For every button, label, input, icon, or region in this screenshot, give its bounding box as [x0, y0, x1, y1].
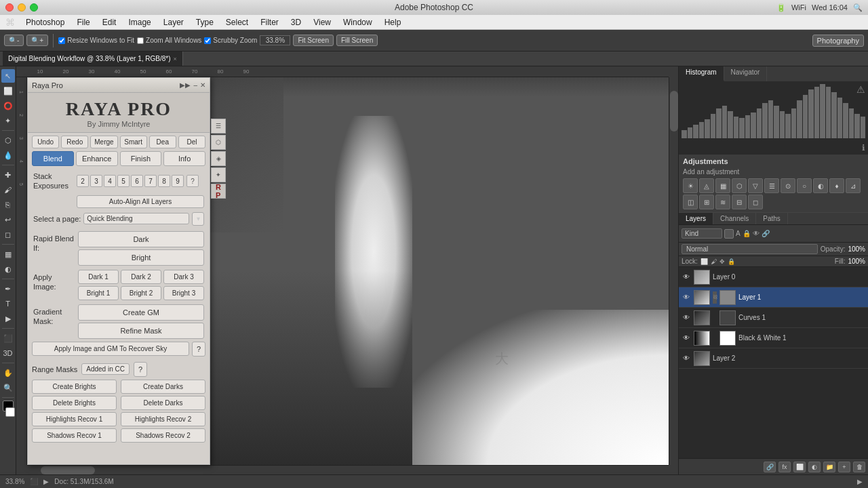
panel-icon-1[interactable]: ☰ [211, 119, 226, 134]
tool-brush[interactable]: 🖌 [1, 183, 15, 197]
raya-close-btn[interactable]: ✕ [200, 81, 205, 89]
layer-item-layer2[interactable]: 👁 Layer 2 [679, 348, 868, 369]
stack-num-2[interactable]: 2 [77, 175, 89, 187]
adj-exposure-icon[interactable]: ⬡ [732, 178, 747, 193]
shadows-recov-1-btn[interactable]: Shadows Recov 1 [32, 428, 117, 443]
add-group-btn[interactable]: 📁 [823, 462, 835, 472]
delete-brights-btn[interactable]: Delete Brights [32, 396, 117, 410]
scrollbar-horizontal[interactable] [27, 465, 669, 474]
select-page-arrow[interactable]: ▾ [192, 212, 204, 226]
layer-item-layer1[interactable]: 👁 ⛓ Layer 1 [679, 287, 868, 308]
layers-kind-select[interactable]: Kind [682, 228, 722, 239]
menu-type[interactable]: Type [191, 16, 219, 28]
bright-2-btn[interactable]: Bright 2 [121, 286, 161, 300]
adj-brightness-icon[interactable]: ☀ [683, 178, 698, 193]
tool-zoom[interactable]: 🔍 [1, 381, 15, 394]
zoom-all-checkbox[interactable]: Zoom All Windows [137, 37, 201, 44]
dea-btn[interactable]: Dea [149, 136, 176, 148]
dark-3-btn[interactable]: Dark 3 [163, 270, 204, 284]
tool-clone-stamp[interactable]: ⎘ [1, 198, 15, 211]
filter-chain-icon[interactable]: 🔗 [762, 230, 770, 237]
link-layers-btn[interactable]: 🔗 [764, 462, 776, 472]
add-adjustment-btn[interactable]: ◐ [808, 462, 821, 472]
zoom-input[interactable] [260, 35, 290, 45]
raya-expand-btn[interactable]: ▶▶ [180, 81, 191, 89]
photography-select[interactable]: Photography [812, 35, 864, 47]
tool-move[interactable]: ↖ [1, 69, 15, 83]
delete-layer-btn[interactable]: 🗑 [853, 462, 865, 472]
maximize-button[interactable] [30, 3, 38, 12]
create-gm-btn[interactable]: Create GM [78, 304, 204, 321]
tool-rectangle[interactable]: ⬛ [1, 331, 15, 345]
scrollbar-vertical[interactable] [669, 77, 678, 465]
adj-channel-mixer-icon[interactable]: ♦ [829, 178, 844, 193]
add-mask-btn[interactable]: ⬜ [793, 462, 806, 472]
stack-num-3[interactable]: 3 [90, 175, 102, 187]
bright-1-btn[interactable]: Bright 1 [78, 286, 119, 300]
tool-healing-brush[interactable]: ✚ [1, 168, 15, 182]
stack-num-5[interactable]: 5 [117, 175, 130, 187]
panel-icon-4[interactable]: ✦ [211, 167, 226, 182]
layers-tab[interactable]: Layers [679, 213, 713, 224]
stack-num-9[interactable]: 9 [172, 175, 184, 187]
adj-posterize-icon[interactable]: ⊞ [699, 195, 714, 209]
zoom-out-btn[interactable]: 🔍- [4, 35, 24, 46]
stack-help-btn[interactable]: ? [186, 175, 199, 187]
curves1-eye-icon[interactable]: 👁 [682, 313, 691, 323]
fill-screen-btn[interactable]: Fill Screen [336, 35, 378, 46]
adj-selective-color-icon[interactable]: ◻ [748, 195, 763, 209]
auto-align-btn[interactable]: Auto-Align All Layers [77, 195, 204, 208]
dark-2-btn[interactable]: Dark 2 [121, 270, 161, 284]
menu-photoshop[interactable]: Photoshop [20, 16, 70, 28]
tool-history-brush[interactable]: ↩ [1, 213, 15, 226]
undo-btn[interactable]: Undo [32, 136, 59, 148]
tool-rectangular-marquee[interactable]: ⬜ [1, 84, 15, 98]
refine-mask-btn[interactable]: Refine Mask [78, 323, 204, 339]
tool-hand[interactable]: ✋ [1, 366, 15, 380]
tool-type[interactable]: T [1, 297, 15, 310]
bw1-eye-icon[interactable]: 👁 [682, 333, 691, 343]
navigator-tab[interactable]: Navigator [724, 66, 768, 81]
layer-item-bw1[interactable]: 👁 Black & White 1 [679, 328, 868, 348]
tool-eyedropper[interactable]: 💧 [1, 148, 15, 162]
dark-1-btn[interactable]: Dark 1 [78, 270, 119, 284]
menu-3d[interactable]: 3D [285, 16, 307, 28]
stack-num-6[interactable]: 6 [131, 175, 143, 187]
layer1-eye-icon[interactable]: 👁 [682, 293, 691, 302]
raya-pro-icon[interactable]: RP [211, 184, 226, 199]
stack-num-8[interactable]: 8 [158, 175, 170, 187]
finish-tab[interactable]: Finish [120, 151, 162, 166]
scrubby-zoom-check[interactable] [204, 37, 211, 44]
menu-layer[interactable]: Layer [158, 16, 189, 28]
bright-3-btn[interactable]: Bright 3 [163, 286, 204, 300]
blend-tab[interactable]: Blend [32, 151, 74, 166]
stack-num-4[interactable]: 4 [104, 175, 116, 187]
sky-help-btn[interactable]: ? [192, 342, 205, 357]
adj-color-lookup-icon[interactable]: ⊿ [846, 178, 861, 193]
redo-btn[interactable]: Redo [61, 136, 88, 148]
adj-vibrance-icon[interactable]: ▽ [748, 178, 763, 193]
menu-select[interactable]: Select [220, 16, 254, 28]
raya-settings-btn[interactable]: – [193, 81, 197, 89]
resize-windows-checkbox[interactable]: Resize Windows to Fit [58, 37, 134, 44]
tool-pen[interactable]: ✒ [1, 282, 15, 296]
tool-3d[interactable]: 3D [1, 346, 15, 360]
zoom-all-check[interactable] [137, 37, 144, 44]
select-page-dropdown[interactable]: Quick Blending [83, 213, 189, 224]
add-layer-btn[interactable]: + [838, 462, 850, 472]
adj-bw-icon[interactable]: ○ [797, 178, 812, 193]
panel-icon-2[interactable]: ⬡ [211, 135, 226, 150]
stack-num-7[interactable]: 7 [144, 175, 157, 187]
tool-path-selection[interactable]: ▶ [1, 312, 15, 325]
timeline-btn[interactable]: ▶ [857, 478, 863, 485]
info-tab[interactable]: Info [163, 151, 205, 166]
menu-view[interactable]: View [308, 16, 336, 28]
tool-lasso[interactable]: ⭕ [1, 99, 15, 113]
adj-photo-filter-icon[interactable]: ◐ [813, 178, 828, 193]
filter-lock-icon[interactable]: 🔒 [743, 230, 751, 237]
lock-brush-icon[interactable]: 🖌 [711, 258, 717, 265]
shadows-recov-2-btn[interactable]: Shadows Recov 2 [121, 428, 205, 443]
tool-dodge[interactable]: ◐ [1, 262, 15, 276]
adj-levels-icon[interactable]: ▦ [715, 178, 730, 193]
zoom-in-btn[interactable]: 🔍+ [26, 35, 48, 46]
